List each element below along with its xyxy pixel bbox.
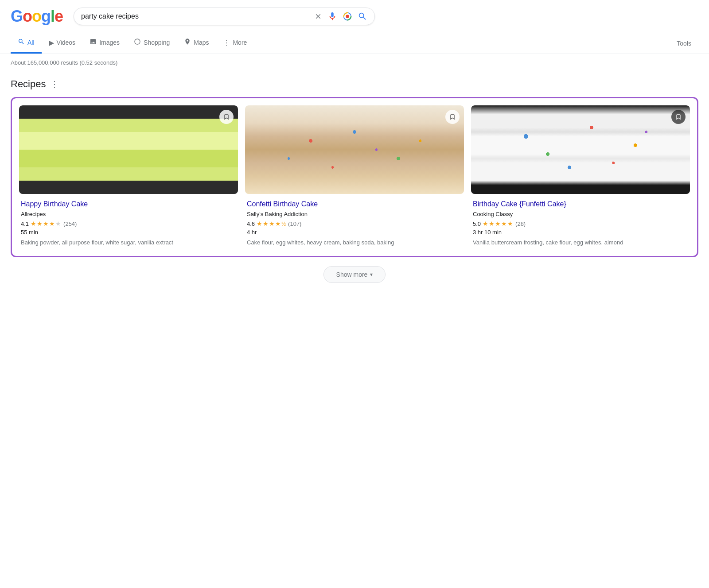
maps-icon [184, 38, 191, 47]
tab-all-label: All [27, 39, 35, 46]
tab-images-label: Images [99, 39, 120, 46]
recipe-ingredients-3: Vanilla buttercream frosting, cake flour… [473, 238, 688, 247]
recipe-source-3: Cooking Classy [473, 211, 688, 217]
svg-point-1 [346, 15, 349, 18]
tab-shopping-label: Shopping [144, 39, 170, 46]
recipes-section: Recipes ⋮ Happy Birthday Cake Allrecipes… [0, 71, 709, 294]
rating-count-2: (107) [288, 220, 301, 227]
lens-icon [343, 12, 352, 21]
tab-maps[interactable]: Maps [177, 33, 216, 54]
tab-shopping[interactable]: Shopping [127, 33, 177, 54]
recipes-header: Recipes ⋮ [11, 78, 698, 90]
nav-tabs: All ▶ Videos Images Shopping Maps ⋮ More… [0, 33, 709, 54]
rating-count-1: (254) [63, 220, 77, 227]
star-empty-1: ★ [55, 220, 62, 227]
recipe-card-3[interactable]: Birthday Cake {Funfetti Cake} Cooking Cl… [471, 105, 690, 249]
recipe-title-3[interactable]: Birthday Cake {Funfetti Cake} [473, 199, 688, 209]
rating-count-3: (28) [515, 220, 526, 227]
tab-images[interactable]: Images [82, 33, 127, 54]
stars-3: ★★★★★ [483, 220, 514, 227]
mic-icon [327, 12, 337, 21]
image-search-button[interactable] [343, 12, 352, 21]
clear-icon [314, 12, 322, 20]
results-count: About 165,000,000 results (0.52 seconds) [0, 54, 709, 71]
recipe-source-2: Sally's Baking Addiction [247, 211, 462, 217]
recipe-image-2 [245, 105, 464, 194]
recipe-rating-3: 5.0 ★★★★★ (28) [473, 220, 688, 227]
bookmark-button-3[interactable] [671, 110, 686, 124]
stars-2: ★★★★½ [257, 220, 286, 227]
images-icon [90, 38, 97, 47]
header: Google party cake recipes [0, 0, 709, 33]
recipe-thumbnail-2 [245, 105, 464, 194]
all-icon [18, 38, 25, 47]
show-more-label: Show more [336, 271, 368, 278]
tab-more-label: More [233, 39, 247, 46]
recipe-info-2: Confetti Birthday Cake Sally's Baking Ad… [245, 194, 464, 249]
bookmark-icon-2 [449, 114, 456, 120]
recipe-card-2[interactable]: Confetti Birthday Cake Sally's Baking Ad… [245, 105, 464, 249]
recipe-title-1[interactable]: Happy Birthday Cake [21, 199, 236, 209]
search-submit-button[interactable] [358, 12, 367, 21]
logo-letter-o2: o [32, 7, 41, 25]
recipes-title: Recipes [11, 78, 46, 90]
show-more-container: Show more ▾ [11, 257, 698, 287]
show-more-button[interactable]: Show more ▾ [323, 266, 386, 283]
recipe-cards-container: Happy Birthday Cake Allrecipes 4.1 ★★★★★… [11, 97, 698, 257]
stars-1: ★★★★★ [31, 220, 62, 227]
logo-letter-g: G [11, 7, 23, 25]
star-half-2: ½ [281, 221, 286, 227]
search-icon [358, 12, 367, 21]
logo-letter-e: e [55, 7, 63, 25]
tools-button[interactable]: Tools [670, 35, 698, 52]
recipe-card-1[interactable]: Happy Birthday Cake Allrecipes 4.1 ★★★★★… [19, 105, 238, 249]
recipe-info-3: Birthday Cake {Funfetti Cake} Cooking Cl… [471, 194, 690, 249]
recipe-info-1: Happy Birthday Cake Allrecipes 4.1 ★★★★★… [19, 194, 238, 249]
recipe-rating-1: 4.1 ★★★★★ (254) [21, 220, 236, 227]
videos-icon: ▶ [49, 39, 54, 47]
shopping-icon [134, 38, 141, 47]
logo-letter-l: l [51, 7, 55, 25]
tab-videos[interactable]: ▶ Videos [42, 33, 83, 54]
clear-button[interactable] [314, 12, 322, 20]
tab-all[interactable]: All [11, 33, 42, 54]
rating-score-1: 4.1 [21, 220, 29, 227]
tab-videos-label: Videos [57, 39, 76, 46]
results-count-text: About 165,000,000 results (0.52 seconds) [11, 59, 117, 66]
recipe-time-2: 4 hr [247, 229, 462, 236]
recipe-source-1: Allrecipes [21, 211, 236, 217]
logo-letter-o1: o [23, 7, 32, 25]
bookmark-button-1[interactable] [219, 110, 234, 124]
google-logo[interactable]: Google [11, 7, 63, 26]
tab-maps-label: Maps [194, 39, 209, 46]
more-dots-icon: ⋮ [223, 39, 230, 47]
recipe-rating-2: 4.6 ★★★★½ (107) [247, 220, 462, 227]
recipe-ingredients-1: Baking powder, all purpose flour, white … [21, 238, 236, 247]
chevron-down-icon: ▾ [370, 271, 373, 278]
recipe-title-2[interactable]: Confetti Birthday Cake [247, 199, 462, 209]
tab-more[interactable]: ⋮ More [216, 33, 254, 54]
rating-score-2: 4.6 [247, 220, 255, 227]
search-input[interactable]: party cake recipes [81, 12, 310, 20]
voice-search-button[interactable] [327, 12, 337, 21]
bookmark-icon-1 [223, 114, 230, 120]
recipe-time-3: 3 hr 10 min [473, 229, 688, 236]
search-icons [314, 12, 367, 21]
bookmark-icon-3 [675, 114, 682, 120]
recipe-thumbnail-1 [19, 105, 238, 194]
recipes-more-button[interactable]: ⋮ [50, 79, 59, 89]
search-bar: party cake recipes [74, 8, 375, 25]
bookmark-button-2[interactable] [445, 110, 460, 124]
recipe-thumbnail-3 [471, 105, 690, 194]
recipe-image-1 [19, 105, 238, 194]
recipe-ingredients-2: Cake flour, egg whites, heavy cream, bak… [247, 238, 462, 247]
recipe-image-3 [471, 105, 690, 194]
logo-letter-g2: g [41, 7, 51, 25]
recipe-time-1: 55 min [21, 229, 236, 236]
rating-score-3: 5.0 [473, 220, 481, 227]
